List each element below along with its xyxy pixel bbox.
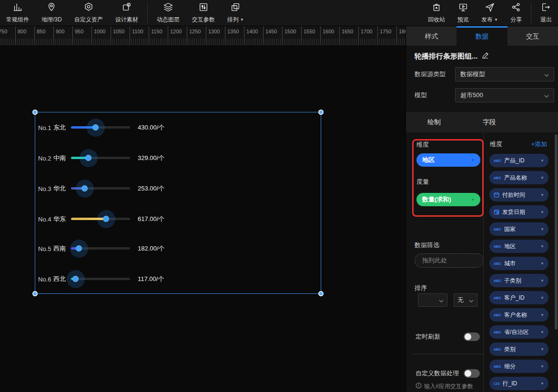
datasource-type-select[interactable]: 数据模型	[455, 67, 554, 81]
bar-chart-icon	[12, 2, 23, 14]
add-field-link[interactable]: +添加	[531, 140, 547, 149]
chart-row: No.3华北253.00/个	[35, 180, 321, 198]
field-name: 产品名称	[504, 174, 538, 182]
toolbar-separator	[147, 2, 148, 23]
bar-dot	[72, 276, 79, 282]
publish-icon	[485, 2, 495, 14]
text-field-icon: ABC	[494, 245, 501, 248]
toggle-knob	[465, 333, 471, 340]
rank-label: No.1	[38, 124, 53, 131]
field-pill[interactable]: ABC客户名称▼	[489, 308, 548, 322]
toolbar-item-publish[interactable]: 发布▼	[475, 0, 504, 26]
toolbar-item-dynamic-layers[interactable]: 动态图层	[151, 0, 186, 26]
toolbar-item-design-material[interactable]: 设计素材	[109, 0, 144, 26]
field-pill[interactable]: ABC地区▼	[489, 240, 548, 253]
field-name: 城市	[504, 260, 538, 268]
info-icon	[416, 382, 422, 391]
design-canvas[interactable]: No.1东北430.00/个No.2中南329.00/个No.3华北253.00…	[0, 45, 406, 392]
toolbar-item-label: 常规组件	[6, 16, 29, 24]
bar-fill	[71, 218, 106, 220]
ruler-tick: 1550	[301, 26, 315, 45]
field-pill[interactable]: ABC客户_ID▼	[489, 291, 548, 304]
bar-track	[71, 119, 130, 137]
model-label: 模型	[415, 91, 455, 100]
toolbar-item-geo-3d[interactable]: 地理/3D	[35, 0, 68, 26]
field-name: 子类别	[504, 277, 538, 285]
ruler-tick: 900	[53, 26, 64, 45]
toolbar-item-custom-assets[interactable]: 自定义资产	[68, 0, 109, 26]
field-pill[interactable]: ABC子类别▼	[489, 274, 548, 287]
tab-style[interactable]: 样式	[406, 26, 457, 46]
value-label: 617.00/个	[138, 215, 164, 223]
toolbar-item-arrange[interactable]: 排列▼	[221, 0, 250, 26]
toolbar-item-interactive-params[interactable]: 交互参数	[186, 0, 221, 26]
text-field-icon: ABC	[494, 348, 501, 351]
field-pill[interactable]: ABC产品名称▼	[489, 171, 548, 184]
data-filter-label: 数据筛选	[415, 241, 439, 250]
toolbar-item-recycle-bin[interactable]: 回收站	[422, 0, 451, 26]
design-material-icon	[122, 2, 132, 14]
rank-label: No.2	[38, 155, 53, 162]
panel-scrollbar[interactable]	[555, 134, 558, 330]
toolbar-item-label: 动态图层	[157, 16, 180, 24]
recycle-bin-icon	[431, 2, 442, 14]
toolbar-item-preview[interactable]: 预览	[451, 0, 475, 26]
field-pill[interactable]: ABC城市▼	[489, 257, 548, 270]
tab-data[interactable]: 数据	[457, 26, 507, 46]
field-pill[interactable]: 发货日期▼	[489, 205, 548, 219]
datasource-type-label: 数据源类型	[415, 70, 455, 79]
caret-down-icon: ▼	[540, 159, 544, 163]
toolbar-item-share[interactable]: 分享	[504, 0, 528, 26]
field-name: 产品_ID	[504, 157, 538, 165]
measure-pill[interactable]: 数量(求和) ▼	[416, 193, 480, 206]
caret-down-icon: ▼	[471, 198, 475, 202]
field-name: 付款时间	[502, 191, 538, 199]
field-pill[interactable]: ABC国家▼	[489, 222, 548, 236]
resize-handle-top-right[interactable]	[318, 110, 324, 115]
layers-icon	[163, 2, 173, 14]
field-pill[interactable]: 123行_ID▼	[489, 377, 548, 390]
ruler-tick: 1350	[225, 26, 239, 45]
category-label: 西南	[53, 244, 71, 253]
bar-dot	[85, 155, 91, 161]
carousel-bar-chart-component[interactable]: No.1东北430.00/个No.2中南329.00/个No.3华北253.00…	[35, 112, 321, 294]
caret-down-icon: ▼	[540, 279, 544, 283]
filter-drop-zone[interactable]: 拖到此处	[415, 253, 484, 268]
field-pill[interactable]: ABC产品_ID▼	[489, 154, 548, 167]
resize-handle-top-left[interactable]	[32, 110, 38, 115]
chart-row: No.5西南182.00/个	[35, 240, 321, 258]
resize-handle-bottom-right[interactable]	[318, 291, 324, 296]
sort-field-select[interactable]	[418, 293, 447, 307]
custom-processing-toggle[interactable]	[464, 369, 480, 378]
subtab-fields[interactable]: 字段	[483, 118, 496, 127]
field-pill[interactable]: 付款时间▼	[489, 188, 548, 201]
subtab-draw[interactable]: 绘制	[427, 118, 441, 127]
model-select[interactable]: 超市500	[455, 88, 554, 102]
field-pill[interactable]: ABC类别▼	[489, 342, 548, 356]
custom-processing-hint: 输入#应用交互参数	[424, 382, 473, 391]
toolbar-item-exit[interactable]: 退出	[534, 0, 558, 26]
tab-interaction[interactable]: 交互	[507, 26, 558, 46]
section-divider	[411, 354, 483, 354]
text-field-icon: ABC	[494, 176, 501, 180]
toolbar-item-regular-components[interactable]: 常规组件	[0, 0, 35, 26]
edit-title-icon[interactable]	[482, 52, 489, 61]
bar-track	[71, 270, 130, 288]
value-label: 117.00/个	[138, 275, 164, 283]
text-field-icon: ABC	[494, 296, 501, 300]
panel-tab-bar: 样式 数据 交互	[406, 26, 558, 46]
ruler-tick: 1450	[263, 26, 277, 45]
field-pill[interactable]: ABC细分▼	[489, 360, 548, 373]
bar-track	[71, 149, 130, 167]
share-icon	[511, 2, 521, 14]
dimension-pill[interactable]: 地区 ▼	[416, 153, 480, 167]
value-label: 430.00/个	[138, 123, 164, 132]
sort-order-select[interactable]: 无	[454, 293, 477, 307]
resize-handle-bottom-left[interactable]	[32, 291, 38, 296]
category-label: 东北	[53, 123, 71, 132]
auto-refresh-toggle[interactable]	[464, 332, 480, 341]
ruler-tick: 800	[15, 26, 26, 45]
bar-track	[71, 240, 130, 258]
field-pill[interactable]: ABC省/自治区▼	[489, 325, 548, 339]
chevron-down-icon	[544, 91, 549, 100]
